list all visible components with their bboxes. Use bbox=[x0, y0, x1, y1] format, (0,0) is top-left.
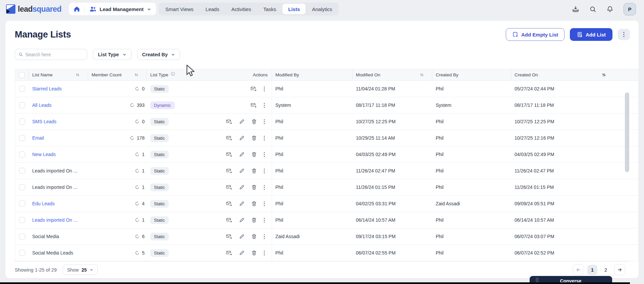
header-member-count[interactable]: Member Count bbox=[88, 69, 147, 80]
tab-analytics[interactable]: Analytics bbox=[306, 4, 338, 14]
table-scrollbar[interactable] bbox=[625, 92, 629, 172]
list-name[interactable]: SMS Leads bbox=[32, 119, 56, 124]
add-list-button[interactable]: Add List bbox=[570, 28, 612, 41]
header-modified-on[interactable]: Modified On bbox=[353, 69, 432, 80]
send-email-icon[interactable] bbox=[251, 102, 257, 108]
header-created-by[interactable]: Created By bbox=[432, 69, 511, 80]
send-email-icon[interactable] bbox=[226, 201, 232, 206]
edit-icon[interactable] bbox=[239, 185, 245, 190]
edit-icon[interactable] bbox=[239, 119, 245, 124]
refresh-count-icon[interactable] bbox=[135, 119, 140, 124]
tab-tasks[interactable]: Tasks bbox=[258, 4, 282, 14]
add-empty-list-button[interactable]: Add Empty List bbox=[506, 28, 565, 41]
send-email-icon[interactable] bbox=[226, 217, 232, 223]
more-actions-icon[interactable] bbox=[264, 218, 265, 223]
edit-icon[interactable] bbox=[239, 201, 245, 206]
list-name[interactable]: Starred Leads bbox=[32, 86, 62, 91]
row-checkbox[interactable] bbox=[19, 86, 25, 92]
more-actions-icon[interactable] bbox=[264, 185, 265, 190]
refresh-count-icon[interactable] bbox=[135, 201, 140, 206]
send-email-icon[interactable] bbox=[226, 250, 232, 256]
select-all-checkbox[interactable] bbox=[19, 72, 25, 78]
header-list-type[interactable]: List Type bbox=[147, 69, 187, 80]
tab-smart-views[interactable]: Smart Views bbox=[160, 4, 199, 14]
edit-icon[interactable] bbox=[239, 234, 245, 239]
send-email-icon[interactable] bbox=[226, 168, 232, 173]
refresh-count-icon[interactable] bbox=[130, 136, 135, 140]
edit-icon[interactable] bbox=[239, 152, 245, 157]
delete-icon[interactable] bbox=[252, 234, 257, 239]
delete-icon[interactable] bbox=[252, 152, 257, 157]
prev-page-button[interactable] bbox=[573, 264, 584, 275]
row-checkbox[interactable] bbox=[19, 151, 25, 157]
refresh-count-icon[interactable] bbox=[135, 168, 140, 173]
delete-icon[interactable] bbox=[252, 119, 257, 124]
list-name[interactable]: Email bbox=[32, 135, 44, 141]
more-actions-icon[interactable] bbox=[264, 234, 265, 239]
send-email-icon[interactable] bbox=[226, 234, 232, 239]
search-lists-input[interactable] bbox=[25, 52, 84, 57]
notifications-bell-icon[interactable] bbox=[606, 6, 613, 13]
send-email-icon[interactable] bbox=[226, 185, 232, 190]
list-name[interactable]: Edu Leads bbox=[32, 201, 55, 206]
refresh-count-icon[interactable] bbox=[135, 152, 140, 157]
list-name[interactable]: All Leads bbox=[32, 102, 52, 108]
tab-leads[interactable]: Leads bbox=[200, 4, 225, 14]
delete-icon[interactable] bbox=[252, 201, 257, 206]
tab-activities[interactable]: Activities bbox=[226, 4, 257, 14]
send-email-icon[interactable] bbox=[251, 86, 257, 91]
list-type-filter[interactable]: List Type bbox=[93, 49, 131, 60]
list-name[interactable]: New Leads bbox=[32, 152, 56, 157]
search-icon[interactable] bbox=[589, 6, 596, 13]
row-checkbox[interactable] bbox=[19, 102, 25, 108]
edit-icon[interactable] bbox=[239, 217, 245, 223]
workspace-label[interactable]: Lead Management bbox=[100, 6, 144, 12]
delete-icon[interactable] bbox=[252, 135, 257, 141]
more-actions-icon[interactable] bbox=[264, 251, 265, 256]
refresh-count-icon[interactable] bbox=[135, 218, 140, 222]
sort-icon-active[interactable] bbox=[602, 73, 606, 77]
delete-icon[interactable] bbox=[252, 185, 257, 190]
delete-icon[interactable] bbox=[252, 250, 257, 256]
row-checkbox[interactable] bbox=[19, 233, 25, 239]
home-icon[interactable] bbox=[73, 6, 80, 12]
more-options-button[interactable] bbox=[618, 29, 630, 40]
user-avatar[interactable]: P bbox=[624, 3, 636, 15]
more-actions-icon[interactable] bbox=[264, 119, 265, 124]
more-actions-icon[interactable] bbox=[264, 136, 265, 141]
row-checkbox[interactable] bbox=[19, 135, 25, 141]
edit-icon[interactable] bbox=[239, 250, 245, 256]
row-checkbox[interactable] bbox=[19, 168, 25, 174]
leadsquared-logo[interactable]: leadsquared bbox=[6, 4, 61, 14]
send-email-icon[interactable] bbox=[226, 152, 232, 157]
created-by-filter[interactable]: Created By bbox=[137, 49, 180, 60]
header-modified-by[interactable]: Modified By bbox=[272, 69, 353, 80]
more-actions-icon[interactable] bbox=[264, 201, 265, 206]
refresh-count-icon[interactable] bbox=[130, 103, 135, 108]
header-list-name[interactable]: List Name bbox=[29, 69, 88, 80]
row-checkbox[interactable] bbox=[19, 217, 25, 223]
delete-icon[interactable] bbox=[252, 217, 257, 223]
tab-lists[interactable]: Lists bbox=[282, 4, 306, 14]
send-email-icon[interactable] bbox=[226, 135, 232, 141]
more-actions-icon[interactable] bbox=[264, 103, 265, 108]
refresh-count-icon[interactable] bbox=[135, 234, 140, 239]
import-inbox-icon[interactable] bbox=[572, 5, 579, 13]
page-1-button[interactable]: 1 bbox=[587, 265, 597, 275]
sort-icon[interactable] bbox=[134, 73, 139, 77]
row-checkbox[interactable] bbox=[19, 119, 25, 125]
header-created-on[interactable]: Created On bbox=[511, 69, 638, 80]
chevron-down-icon[interactable] bbox=[147, 7, 151, 11]
row-checkbox[interactable] bbox=[19, 201, 25, 207]
refresh-count-icon[interactable] bbox=[135, 86, 140, 91]
drag-grip-icon[interactable] bbox=[536, 278, 539, 282]
page-size-select[interactable]: Show25 bbox=[63, 265, 98, 275]
list-name[interactable]: Leads imported On ... bbox=[32, 217, 77, 223]
delete-icon[interactable] bbox=[252, 168, 257, 173]
edit-icon[interactable] bbox=[239, 168, 245, 173]
edit-icon[interactable] bbox=[239, 135, 245, 141]
info-icon[interactable] bbox=[171, 72, 175, 76]
refresh-count-icon[interactable] bbox=[135, 185, 140, 190]
sort-icon[interactable] bbox=[75, 73, 80, 77]
sort-icon[interactable] bbox=[420, 73, 424, 77]
